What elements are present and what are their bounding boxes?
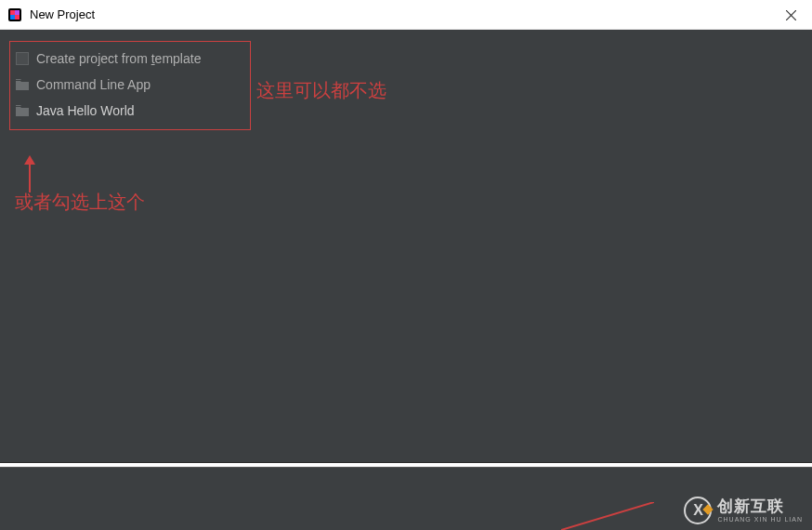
watermark-subtitle: CHUANG XIN HU LIAN [717, 516, 803, 523]
app-icon [7, 7, 22, 22]
window-title: New Project [30, 7, 95, 21]
svg-marker-8 [24, 155, 35, 165]
main-panel: Create project from template Command Lin… [0, 30, 812, 463]
template-item-java-hello-world[interactable]: Java Hello World [14, 98, 246, 124]
watermark-logo-icon: X [684, 497, 712, 524]
svg-rect-2 [15, 10, 20, 15]
create-from-template-label: Create project from template [36, 51, 201, 66]
close-button[interactable] [769, 0, 812, 30]
title-bar: New Project [0, 0, 812, 30]
annotation-right: 这里可以都不选 [256, 78, 386, 103]
annotation-arrow-icon [22, 155, 37, 192]
template-item-label: Java Hello World [36, 103, 135, 118]
folder-icon [16, 105, 29, 116]
annotation-diagonal-line [561, 502, 654, 530]
svg-rect-1 [10, 10, 15, 15]
svg-line-9 [561, 502, 654, 530]
create-from-template-row[interactable]: Create project from template [14, 46, 246, 72]
watermark: X 创新互联 CHUANG XIN HU LIAN [684, 497, 803, 524]
template-selection-box: Create project from template Command Lin… [9, 41, 251, 130]
svg-rect-4 [15, 15, 20, 20]
watermark-text: 创新互联 CHUANG XIN HU LIAN [717, 498, 803, 523]
watermark-title: 创新互联 [717, 498, 803, 514]
template-item-command-line-app[interactable]: Command Line App [14, 72, 246, 98]
create-from-template-checkbox[interactable] [16, 52, 29, 65]
bottom-panel: X 创新互联 CHUANG XIN HU LIAN [0, 467, 812, 530]
folder-icon [16, 79, 29, 90]
svg-rect-3 [10, 15, 15, 20]
annotation-below: 或者勾选上这个 [15, 190, 145, 215]
close-icon [786, 10, 796, 20]
template-item-label: Command Line App [36, 77, 151, 92]
